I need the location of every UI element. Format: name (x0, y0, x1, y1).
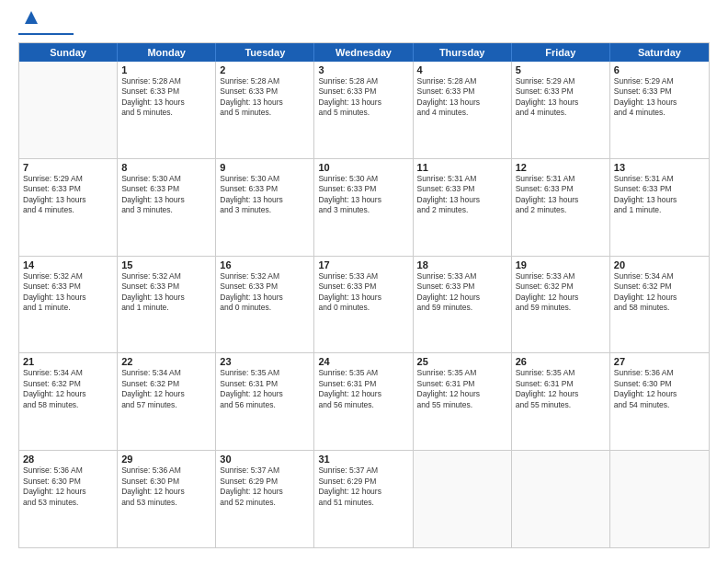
day-number: 14 (23, 259, 113, 270)
day-number: 3 (318, 64, 408, 75)
day-info: Sunrise: 5:30 AM Sunset: 6:33 PM Dayligh… (121, 174, 211, 216)
day-number: 2 (220, 64, 310, 75)
day-number: 5 (516, 64, 606, 75)
logo (18, 15, 74, 35)
calendar-cell: 21Sunrise: 5:34 AM Sunset: 6:32 PM Dayli… (19, 353, 118, 450)
day-info: Sunrise: 5:32 AM Sunset: 6:33 PM Dayligh… (121, 271, 211, 314)
day-number: 23 (220, 356, 310, 367)
calendar-cell: 7Sunrise: 5:29 AM Sunset: 6:33 PM Daylig… (19, 159, 118, 256)
day-number: 30 (220, 454, 310, 465)
day-number: 20 (614, 259, 705, 270)
calendar-body: 1Sunrise: 5:28 AM Sunset: 6:33 PM Daylig… (19, 62, 709, 547)
day-info: Sunrise: 5:31 AM Sunset: 6:33 PM Dayligh… (516, 174, 606, 216)
day-info: Sunrise: 5:34 AM Sunset: 6:32 PM Dayligh… (121, 368, 211, 410)
day-number: 15 (121, 259, 211, 270)
day-info: Sunrise: 5:31 AM Sunset: 6:33 PM Dayligh… (417, 174, 507, 216)
calendar-cell: 25Sunrise: 5:35 AM Sunset: 6:31 PM Dayli… (414, 353, 512, 450)
day-info: Sunrise: 5:31 AM Sunset: 6:33 PM Dayligh… (614, 174, 705, 216)
day-number: 17 (318, 259, 408, 270)
calendar-cell: 22Sunrise: 5:34 AM Sunset: 6:32 PM Dayli… (118, 353, 216, 450)
calendar-cell: 11Sunrise: 5:31 AM Sunset: 6:33 PM Dayli… (414, 159, 512, 256)
day-info: Sunrise: 5:34 AM Sunset: 6:32 PM Dayligh… (23, 368, 113, 410)
calendar-cell: 23Sunrise: 5:35 AM Sunset: 6:31 PM Dayli… (216, 353, 314, 450)
calendar-cell: 16Sunrise: 5:32 AM Sunset: 6:33 PM Dayli… (216, 257, 314, 353)
day-number: 27 (614, 356, 705, 367)
day-info: Sunrise: 5:33 AM Sunset: 6:33 PM Dayligh… (417, 271, 507, 314)
calendar-cell: 27Sunrise: 5:36 AM Sunset: 6:30 PM Dayli… (610, 353, 709, 450)
calendar-cell: 26Sunrise: 5:35 AM Sunset: 6:31 PM Dayli… (512, 353, 610, 450)
calendar-cell: 10Sunrise: 5:30 AM Sunset: 6:33 PM Dayli… (314, 159, 413, 256)
day-number: 18 (417, 259, 507, 270)
day-number: 10 (318, 162, 408, 173)
calendar-cell: 14Sunrise: 5:32 AM Sunset: 6:33 PM Dayli… (19, 257, 118, 353)
day-number: 28 (23, 454, 113, 465)
day-number: 21 (23, 356, 113, 367)
day-info: Sunrise: 5:30 AM Sunset: 6:33 PM Dayligh… (220, 174, 310, 216)
calendar-cell: 13Sunrise: 5:31 AM Sunset: 6:33 PM Dayli… (610, 159, 709, 256)
calendar-week-4: 21Sunrise: 5:34 AM Sunset: 6:32 PM Dayli… (19, 353, 709, 451)
day-info: Sunrise: 5:28 AM Sunset: 6:33 PM Dayligh… (318, 76, 408, 119)
calendar-week-2: 7Sunrise: 5:29 AM Sunset: 6:33 PM Daylig… (19, 159, 709, 257)
calendar-cell: 15Sunrise: 5:32 AM Sunset: 6:33 PM Dayli… (118, 257, 216, 353)
calendar-cell: 9Sunrise: 5:30 AM Sunset: 6:33 PM Daylig… (216, 159, 314, 256)
header-day-monday: Monday (118, 43, 216, 62)
day-number: 13 (614, 162, 705, 173)
calendar-cell (512, 451, 610, 547)
logo-underline (18, 33, 74, 35)
header-day-thursday: Thursday (414, 43, 512, 62)
calendar-cell (610, 451, 709, 547)
day-info: Sunrise: 5:28 AM Sunset: 6:33 PM Dayligh… (220, 76, 310, 119)
day-info: Sunrise: 5:36 AM Sunset: 6:30 PM Dayligh… (614, 368, 705, 410)
svg-marker-0 (25, 11, 38, 24)
day-number: 1 (121, 64, 211, 75)
day-info: Sunrise: 5:29 AM Sunset: 6:33 PM Dayligh… (614, 76, 705, 119)
day-info: Sunrise: 5:35 AM Sunset: 6:31 PM Dayligh… (318, 368, 408, 410)
calendar-cell: 2Sunrise: 5:28 AM Sunset: 6:33 PM Daylig… (216, 62, 314, 158)
day-info: Sunrise: 5:30 AM Sunset: 6:33 PM Dayligh… (318, 174, 408, 216)
day-info: Sunrise: 5:32 AM Sunset: 6:33 PM Dayligh… (220, 271, 310, 314)
day-number: 16 (220, 259, 310, 270)
day-number: 11 (417, 162, 507, 173)
day-info: Sunrise: 5:36 AM Sunset: 6:30 PM Dayligh… (23, 465, 113, 508)
calendar-week-1: 1Sunrise: 5:28 AM Sunset: 6:33 PM Daylig… (19, 62, 709, 159)
day-number: 6 (614, 64, 705, 75)
calendar-cell: 8Sunrise: 5:30 AM Sunset: 6:33 PM Daylig… (118, 159, 216, 256)
header-day-friday: Friday (512, 43, 610, 62)
day-info: Sunrise: 5:35 AM Sunset: 6:31 PM Dayligh… (417, 368, 507, 410)
calendar-cell: 3Sunrise: 5:28 AM Sunset: 6:33 PM Daylig… (314, 62, 413, 158)
day-info: Sunrise: 5:32 AM Sunset: 6:33 PM Dayligh… (23, 271, 113, 314)
day-info: Sunrise: 5:28 AM Sunset: 6:33 PM Dayligh… (417, 76, 507, 119)
day-info: Sunrise: 5:36 AM Sunset: 6:30 PM Dayligh… (121, 465, 211, 508)
calendar-cell: 12Sunrise: 5:31 AM Sunset: 6:33 PM Dayli… (512, 159, 610, 256)
header-day-saturday: Saturday (610, 43, 709, 62)
calendar-cell: 18Sunrise: 5:33 AM Sunset: 6:33 PM Dayli… (414, 257, 512, 353)
header-day-wednesday: Wednesday (314, 43, 413, 62)
day-info: Sunrise: 5:29 AM Sunset: 6:33 PM Dayligh… (23, 174, 113, 216)
header-day-tuesday: Tuesday (216, 43, 314, 62)
day-number: 31 (318, 454, 408, 465)
day-number: 25 (417, 356, 507, 367)
day-info: Sunrise: 5:33 AM Sunset: 6:32 PM Dayligh… (516, 271, 606, 314)
day-number: 8 (121, 162, 211, 173)
calendar-cell: 5Sunrise: 5:29 AM Sunset: 6:33 PM Daylig… (512, 62, 610, 158)
day-number: 9 (220, 162, 310, 173)
day-info: Sunrise: 5:35 AM Sunset: 6:31 PM Dayligh… (220, 368, 310, 410)
day-number: 26 (516, 356, 606, 367)
day-number: 12 (516, 162, 606, 173)
calendar: SundayMondayTuesdayWednesdayThursdayFrid… (18, 42, 710, 548)
day-number: 4 (417, 64, 507, 75)
logo-icon (21, 7, 41, 28)
day-number: 19 (516, 259, 606, 270)
calendar-cell (414, 451, 512, 547)
calendar-header: SundayMondayTuesdayWednesdayThursdayFrid… (19, 43, 709, 62)
calendar-week-5: 28Sunrise: 5:36 AM Sunset: 6:30 PM Dayli… (19, 451, 709, 547)
header-day-sunday: Sunday (19, 43, 118, 62)
calendar-cell: 1Sunrise: 5:28 AM Sunset: 6:33 PM Daylig… (118, 62, 216, 158)
calendar-cell (19, 62, 118, 158)
day-info: Sunrise: 5:37 AM Sunset: 6:29 PM Dayligh… (220, 465, 310, 508)
calendar-cell: 20Sunrise: 5:34 AM Sunset: 6:32 PM Dayli… (610, 257, 709, 353)
calendar-cell: 24Sunrise: 5:35 AM Sunset: 6:31 PM Dayli… (314, 353, 413, 450)
day-info: Sunrise: 5:33 AM Sunset: 6:33 PM Dayligh… (318, 271, 408, 314)
calendar-cell: 19Sunrise: 5:33 AM Sunset: 6:32 PM Dayli… (512, 257, 610, 353)
header (18, 15, 710, 35)
